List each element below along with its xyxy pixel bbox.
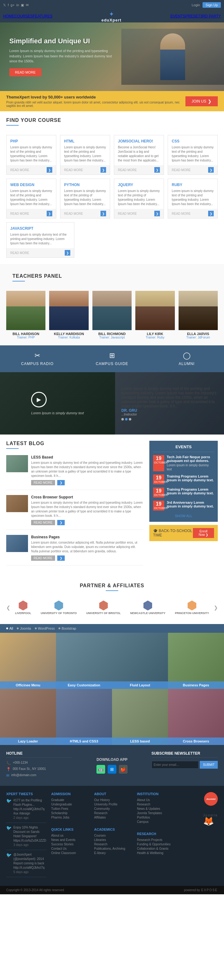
partners-next-button[interactable]: ❯ bbox=[214, 605, 218, 611]
quick-link-1[interactable]: About us bbox=[51, 834, 89, 837]
gallery-item-1[interactable]: Officinee Menu bbox=[0, 633, 56, 689]
linkedin-icon[interactable]: in bbox=[16, 3, 19, 7]
partners-prev-button[interactable]: ❮ bbox=[6, 605, 10, 611]
filter-tab-wordpress[interactable]: WordPress bbox=[35, 627, 55, 630]
research-link-4[interactable]: Health & Wellbeing bbox=[137, 851, 175, 855]
about-link-5[interactable]: Affiliates bbox=[94, 816, 132, 819]
course-arrow-button[interactable]: ❯ bbox=[65, 250, 70, 256]
academics-link-1[interactable]: Courses bbox=[94, 834, 132, 837]
blog-readmore-button-2[interactable]: READ MORE bbox=[31, 520, 55, 525]
nav-preset[interactable]: PRESET bbox=[185, 14, 200, 18]
about-link-3[interactable]: Community bbox=[94, 807, 132, 810]
course-read-more[interactable]: READ MORE bbox=[64, 212, 83, 215]
quick-link-5[interactable]: Online Classroom bbox=[51, 851, 89, 855]
admission-link-3[interactable]: Tuition Fees bbox=[51, 807, 89, 810]
login-link[interactable]: Login bbox=[192, 3, 200, 7]
rss-icon[interactable]: ▣ bbox=[21, 3, 24, 7]
admission-link-5[interactable]: Pharms Jobs bbox=[51, 816, 89, 819]
blog-readmore-button-3[interactable]: READ MORE bbox=[31, 555, 55, 561]
academics-link-4[interactable]: Publications, Archiving bbox=[94, 847, 132, 850]
newsletter-input[interactable] bbox=[151, 761, 199, 768]
academics-link-3[interactable]: Research bbox=[94, 843, 132, 846]
nav-events[interactable]: EVENTS bbox=[170, 14, 185, 18]
research-link-1[interactable]: Research Projects bbox=[137, 838, 175, 842]
institution-link-2[interactable]: Research bbox=[137, 803, 175, 806]
gallery-item-7[interactable]: LESS based bbox=[112, 689, 168, 745]
hero-read-more-button[interactable]: READ MORE bbox=[9, 68, 41, 76]
academics-link-2[interactable]: Libraries bbox=[94, 838, 132, 842]
campus-radio-link[interactable]: ✂ CAMPUS RADIO bbox=[0, 345, 75, 372]
admission-link-2[interactable]: Undergraduate bbox=[51, 803, 89, 806]
twitter-icon[interactable]: 𝕏 bbox=[3, 3, 6, 7]
partner-bristol: UNIVERSITY OF BRISTOL bbox=[86, 600, 121, 615]
course-read-more[interactable]: READ MORE bbox=[10, 168, 29, 172]
gallery-item-4[interactable]: Business Pages bbox=[168, 633, 224, 689]
signup-button[interactable]: Sign Up bbox=[202, 2, 221, 8]
quick-link-3[interactable]: Success Stories bbox=[51, 843, 89, 846]
blog-arrow-button-3[interactable]: ❯ bbox=[57, 555, 65, 561]
institution-link-1[interactable]: About Us bbox=[137, 798, 175, 802]
facebook-icon[interactable]: f bbox=[8, 3, 9, 7]
course-read-more[interactable]: READ MORE bbox=[118, 212, 137, 215]
campus-guide-link[interactable]: ⊞ CAMPUS GUIDE bbox=[75, 345, 149, 372]
apple-icon[interactable]: 🍎 bbox=[119, 765, 128, 774]
institution-link-6[interactable]: Campus bbox=[137, 820, 175, 824]
alumni-link[interactable]: ◯ ALUMNI bbox=[149, 345, 224, 372]
course-read-more[interactable]: READ MORE bbox=[64, 168, 83, 172]
quick-link-4[interactable]: Contact Us bbox=[51, 847, 89, 850]
institution-link-5[interactable]: Portfolios bbox=[137, 816, 175, 819]
blog-arrow-button-1[interactable]: ❯ bbox=[57, 480, 65, 485]
subscribe-button[interactable]: SUBMIT bbox=[200, 761, 218, 768]
academics-link-5[interactable]: E-library bbox=[94, 851, 132, 855]
video-play-button[interactable]: ▶ bbox=[31, 392, 47, 407]
video-dot-2[interactable] bbox=[125, 418, 128, 420]
institution-link-4[interactable]: Joomla Templates bbox=[137, 811, 175, 815]
course-read-more[interactable]: READ MORE bbox=[118, 168, 137, 172]
windows-icon[interactable]: ⊞ bbox=[108, 765, 116, 774]
about-link-2[interactable]: University Profile bbox=[94, 803, 132, 806]
gallery-item-2[interactable]: Easy Customization bbox=[56, 633, 112, 689]
course-read-more[interactable]: READ MORE bbox=[172, 168, 191, 172]
video-dot-3[interactable] bbox=[129, 418, 131, 420]
filter-tab-bootstrap[interactable]: Bootstrap bbox=[58, 627, 76, 630]
course-arrow-button[interactable]: ❯ bbox=[154, 167, 160, 173]
course-arrow-button[interactable]: ❯ bbox=[208, 167, 214, 173]
nav-courses[interactable]: COURSES bbox=[14, 14, 33, 18]
filter-tab-all[interactable]: All bbox=[6, 627, 13, 630]
mail-icon[interactable]: ✉ bbox=[26, 3, 28, 7]
gallery-item-5[interactable]: Lazy Loader bbox=[0, 689, 56, 745]
gallery-item-3[interactable]: Fluid Layout bbox=[112, 633, 168, 689]
enroll-button[interactable]: Enroll Now ❯ bbox=[193, 528, 214, 538]
course-read-more[interactable]: READ MORE bbox=[172, 212, 191, 215]
course-arrow-button[interactable]: ❯ bbox=[154, 211, 160, 216]
research-link-3[interactable]: Collaboration & Grants bbox=[137, 847, 175, 850]
institution-link-3[interactable]: News & Updates bbox=[137, 807, 175, 810]
course-arrow-button[interactable]: ❯ bbox=[47, 211, 52, 216]
show-all-link[interactable]: SHOW ALL bbox=[175, 514, 192, 518]
quick-link-2[interactable]: News and Events bbox=[51, 838, 89, 842]
about-link-1[interactable]: Our History bbox=[94, 798, 132, 802]
filter-tab-joomla[interactable]: Joomla bbox=[17, 627, 31, 630]
gallery-item-6[interactable]: HTML5 and CSS3 bbox=[56, 689, 112, 745]
course-arrow-button[interactable]: ❯ bbox=[101, 167, 106, 173]
course-arrow-button[interactable]: ❯ bbox=[47, 167, 52, 173]
admission-link-4[interactable]: Scholarship bbox=[51, 811, 89, 815]
event-text-2: Training Programs Lorem ipsum in simply … bbox=[167, 474, 214, 484]
nav-features[interactable]: FEATURES bbox=[33, 14, 52, 18]
course-read-more[interactable]: READ MORE bbox=[10, 212, 29, 215]
android-icon[interactable]: 🤖 bbox=[96, 765, 105, 774]
nav-home[interactable]: HOME bbox=[3, 14, 14, 18]
gallery-item-8[interactable]: Cross Browsers bbox=[168, 689, 224, 745]
research-link-2[interactable]: Funding & Opportunities bbox=[137, 843, 175, 846]
about-link-4[interactable]: Research bbox=[94, 811, 132, 815]
video-dot-1[interactable] bbox=[121, 418, 124, 420]
admission-link-1[interactable]: Graduate bbox=[51, 798, 89, 802]
blog-readmore-button-1[interactable]: READ MORE bbox=[31, 480, 55, 485]
join-button[interactable]: JOIN US ❯ bbox=[185, 96, 218, 106]
course-read-more[interactable]: READ MORE bbox=[10, 251, 29, 255]
course-arrow-button[interactable]: ❯ bbox=[208, 211, 214, 216]
googleplus-icon[interactable]: g+ bbox=[11, 3, 15, 7]
nav-3rdparty[interactable]: 3RD PARTY bbox=[200, 14, 221, 18]
course-arrow-button[interactable]: ❯ bbox=[101, 211, 106, 216]
blog-arrow-button-2[interactable]: ❯ bbox=[57, 520, 65, 525]
